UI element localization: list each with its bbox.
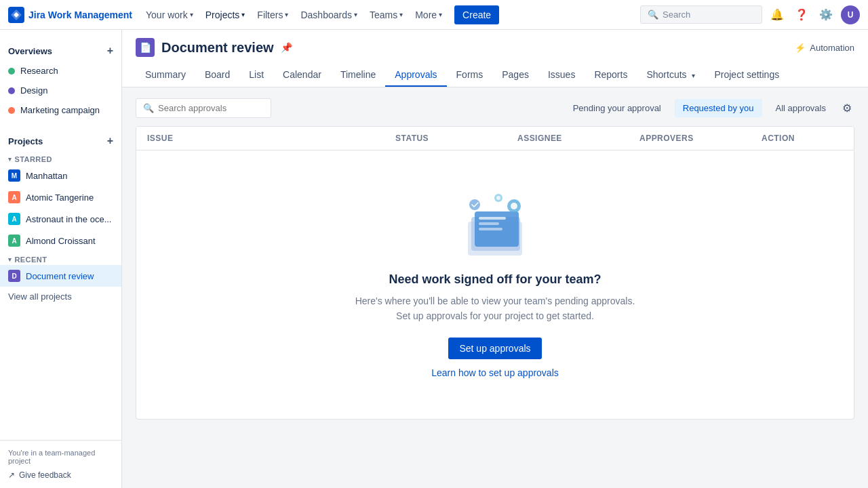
sidebar-item-astronaut[interactable]: A Astronaut in the oce... <box>0 208 121 230</box>
chevron-down-icon: ▾ <box>399 11 403 18</box>
chevron-down-icon: ▾ <box>285 11 288 18</box>
settings-button[interactable]: ⚙️ <box>816 5 835 24</box>
astronaut-icon: A <box>8 213 20 225</box>
manhattan-icon: M <box>8 169 20 182</box>
approvals-filter-tabs: Pending your approval Requested by you A… <box>565 99 854 117</box>
topnav-more[interactable]: More ▾ <box>410 5 448 24</box>
main-content: 📄 Document review 📌 ⚡ Automation Summary… <box>122 30 868 488</box>
global-search[interactable]: 🔍 Search <box>640 5 762 24</box>
svg-rect-4 <box>479 217 506 220</box>
sidebar-item-document-review[interactable]: D Document review <box>0 265 121 287</box>
approvals-toolbar: 🔍 Pending your approval Requested by you… <box>136 98 854 118</box>
svg-point-11 <box>469 199 480 210</box>
design-dot <box>8 87 15 94</box>
tab-project-settings[interactable]: Project settings <box>705 64 789 87</box>
col-action: Action <box>762 134 843 143</box>
topnav-your-work[interactable]: Your work ▾ <box>140 5 199 24</box>
recent-section-label[interactable]: ▾ RECENT <box>0 251 121 265</box>
chevron-icon: ▾ <box>8 156 12 163</box>
empty-state-title: Need work signed off for your team? <box>389 272 601 287</box>
projects-header[interactable]: Projects + <box>0 131 121 151</box>
automation-icon: ⚡ <box>795 43 806 53</box>
approvals-table: Issue Status Assignee Approvers Action <box>136 126 854 420</box>
chevron-down-icon: ▾ <box>692 72 695 79</box>
filter-options-icon[interactable]: ⚙ <box>840 99 854 117</box>
chevron-down-icon: ▾ <box>439 11 442 18</box>
project-header: 📄 Document review 📌 ⚡ Automation Summary… <box>122 30 868 87</box>
col-assignee: Assignee <box>517 134 639 143</box>
sidebar-footer: You're in a team-managed project ↗ Give … <box>0 440 121 488</box>
svg-point-10 <box>496 196 500 200</box>
setup-approvals-button[interactable]: Set up approvals <box>448 338 541 359</box>
notifications-button[interactable]: 🔔 <box>768 5 787 24</box>
starred-section-label[interactable]: ▾ STARRED <box>0 151 121 165</box>
svg-rect-5 <box>479 222 499 225</box>
sidebar-item-marketing[interactable]: Marketing campaign <box>0 100 121 120</box>
learn-link[interactable]: Learn how to set up approvals <box>431 367 559 378</box>
research-dot <box>8 68 15 75</box>
tab-board[interactable]: Board <box>195 64 239 87</box>
create-button[interactable]: Create <box>454 5 499 24</box>
marketing-dot <box>8 107 15 114</box>
overviews-header[interactable]: Overviews + <box>0 41 121 61</box>
chevron-down-icon: ▾ <box>190 11 193 18</box>
automation-button[interactable]: ⚡ Automation <box>795 43 854 53</box>
sidebar-item-design[interactable]: Design <box>0 81 121 100</box>
pin-icon[interactable]: 📌 <box>281 42 292 53</box>
approvals-empty-state: Need work signed off for your team? Here… <box>136 150 854 419</box>
topnav-filters[interactable]: Filters ▾ <box>252 5 294 24</box>
help-button[interactable]: ❓ <box>792 5 811 24</box>
topnav-nav: Your work ▾ Projects ▾ Filters ▾ Dashboa… <box>140 5 637 24</box>
sidebar-item-manhattan[interactable]: M Manhattan <box>0 165 121 186</box>
chevron-icon: ▾ <box>8 256 12 263</box>
sidebar: Overviews + Research Design Marketing ca… <box>0 30 122 488</box>
tab-issues[interactable]: Issues <box>538 64 585 87</box>
atomic-tangerine-icon: A <box>8 191 20 203</box>
tab-approvals[interactable]: Approvals <box>385 64 446 87</box>
overviews-section: Overviews + Research Design Marketing ca… <box>0 35 121 125</box>
almond-icon: A <box>8 235 20 247</box>
all-approvals-filter[interactable]: All approvals <box>768 99 834 117</box>
topnav-projects[interactable]: Projects ▾ <box>200 5 251 24</box>
sidebar-item-almond-croissant[interactable]: A Almond Croissant <box>0 230 121 251</box>
topnav: Jira Work Management Your work ▾ Project… <box>0 0 868 30</box>
sidebar-item-research[interactable]: Research <box>0 61 121 81</box>
pending-approval-filter[interactable]: Pending your approval <box>565 99 669 117</box>
project-name: Document review <box>161 40 274 56</box>
avatar[interactable]: U <box>841 5 860 24</box>
project-tabs: Summary Board List Calendar Timeline App… <box>136 64 854 87</box>
tab-forms[interactable]: Forms <box>447 64 493 87</box>
empty-state-illustration <box>454 191 536 259</box>
empty-state-desc: Here's where you'll be able to view your… <box>355 293 635 324</box>
approvals-content: 🔍 Pending your approval Requested by you… <box>122 87 868 488</box>
requested-by-you-filter[interactable]: Requested by you <box>675 99 762 117</box>
col-approvers: Approvers <box>639 134 762 143</box>
search-icon: 🔍 <box>143 103 154 113</box>
tab-calendar[interactable]: Calendar <box>273 64 331 87</box>
chevron-down-icon: ▾ <box>241 11 245 18</box>
projects-section: Projects + ▾ STARRED M Manhattan A Atomi… <box>0 125 121 312</box>
layout: Overviews + Research Design Marketing ca… <box>0 0 868 488</box>
feedback-icon: ↗ <box>8 470 15 480</box>
topnav-teams[interactable]: Teams ▾ <box>364 5 408 24</box>
search-icon: 🔍 <box>648 9 658 20</box>
app-logo[interactable]: Jira Work Management <box>8 7 132 23</box>
view-all-projects-link[interactable]: View all projects <box>0 287 121 306</box>
tab-list[interactable]: List <box>239 64 273 87</box>
add-overview-icon[interactable]: + <box>107 45 113 57</box>
jira-logo-icon <box>8 7 24 23</box>
tab-summary[interactable]: Summary <box>136 64 195 87</box>
add-project-icon[interactable]: + <box>107 135 113 147</box>
give-feedback-button[interactable]: ↗ Give feedback <box>8 470 113 480</box>
tab-reports[interactable]: Reports <box>585 64 637 87</box>
search-input[interactable] <box>158 103 264 113</box>
svg-point-8 <box>511 203 517 209</box>
sidebar-item-atomic-tangerine[interactable]: A Atomic Tangerine <box>0 186 121 208</box>
approvals-search[interactable]: 🔍 <box>136 98 271 118</box>
app-name: Jira Work Management <box>28 9 132 20</box>
tab-timeline[interactable]: Timeline <box>331 64 385 87</box>
document-review-icon: D <box>8 270 20 282</box>
topnav-dashboards[interactable]: Dashboards ▾ <box>295 5 363 24</box>
tab-shortcuts[interactable]: Shortcuts ▾ <box>637 64 705 87</box>
tab-pages[interactable]: Pages <box>492 64 538 87</box>
